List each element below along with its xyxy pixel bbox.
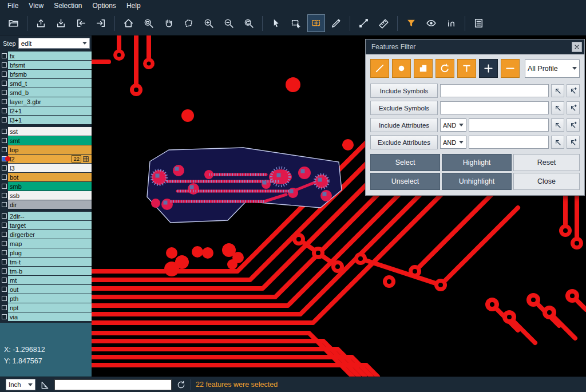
layer-row[interactable]: l3+1 bbox=[0, 116, 92, 124]
rect-select-button[interactable] bbox=[287, 14, 305, 32]
unhighlight-button[interactable]: Unhighlight bbox=[442, 173, 512, 190]
filter-remove-button[interactable] bbox=[501, 59, 520, 78]
pick-add-attribute-button[interactable] bbox=[567, 136, 580, 149]
include-attributes-button[interactable]: Include Attributes bbox=[370, 118, 438, 132]
layer-row-active[interactable]: l222 bbox=[0, 155, 92, 163]
layer-visibility-checkbox[interactable] bbox=[0, 221, 8, 229]
layer-row[interactable]: dirgerber bbox=[0, 230, 92, 239]
snap-button[interactable] bbox=[442, 14, 460, 32]
layer-row[interactable]: smd_t bbox=[0, 79, 92, 88]
layer-row[interactable]: dir bbox=[0, 200, 92, 209]
layer-visibility-checkbox[interactable] bbox=[0, 79, 8, 88]
layer-row[interactable]: top bbox=[0, 145, 92, 154]
layer-row[interactable]: smb bbox=[0, 182, 92, 191]
layer-row[interactable]: bfsmb bbox=[0, 70, 92, 78]
pcb-canvas[interactable]: Features Filter All Profile bbox=[92, 35, 586, 377]
step-forward-button[interactable] bbox=[92, 14, 110, 32]
layer-visibility-checkbox[interactable] bbox=[0, 70, 8, 78]
layer-visibility-checkbox[interactable] bbox=[0, 164, 8, 172]
layer-visibility-checkbox[interactable] bbox=[0, 267, 8, 275]
exclude-attributes-button[interactable]: Exclude Attributes bbox=[370, 135, 438, 149]
layer-row[interactable]: l2+1 bbox=[0, 106, 92, 115]
layer-visibility-checkbox[interactable] bbox=[0, 248, 8, 257]
layer-row[interactable]: out bbox=[0, 285, 92, 294]
refresh-icon[interactable] bbox=[176, 380, 186, 390]
highlight-button[interactable]: Highlight bbox=[442, 154, 512, 171]
menu-view[interactable]: View bbox=[23, 2, 49, 10]
layer-visibility-checkbox[interactable] bbox=[0, 239, 8, 248]
menu-options[interactable]: Options bbox=[88, 2, 121, 10]
layer-visibility-checkbox[interactable] bbox=[0, 312, 8, 321]
brush-button[interactable] bbox=[327, 14, 345, 32]
filter-pad-button[interactable] bbox=[392, 59, 411, 78]
zoom-window-button[interactable] bbox=[140, 14, 157, 32]
cursor-select-button[interactable] bbox=[267, 14, 285, 32]
layer-row[interactable]: l3 bbox=[0, 164, 92, 172]
include-attributes-input[interactable] bbox=[469, 118, 549, 132]
layer-visibility-checkbox[interactable] bbox=[0, 136, 8, 145]
reset-button[interactable]: Reset bbox=[513, 154, 580, 171]
layer-row[interactable]: ssb bbox=[0, 191, 92, 200]
unselect-button[interactable]: Unselect bbox=[370, 173, 440, 190]
layer-row[interactable]: via bbox=[0, 312, 92, 321]
home-view-button[interactable] bbox=[120, 14, 137, 32]
layer-row[interactable]: fx bbox=[0, 52, 92, 60]
layer-visibility-checkbox[interactable] bbox=[0, 173, 8, 181]
layer-visibility-checkbox[interactable] bbox=[0, 230, 8, 239]
layer-row[interactable]: npt bbox=[0, 303, 92, 312]
unit-select[interactable]: Inch bbox=[6, 379, 35, 390]
include-symbols-input[interactable] bbox=[440, 84, 549, 97]
command-input[interactable] bbox=[54, 379, 172, 390]
layer-row[interactable]: smd_b bbox=[0, 88, 92, 97]
import-up-button[interactable] bbox=[32, 14, 50, 32]
layer-row[interactable]: tm-b bbox=[0, 267, 92, 275]
filter-text-button[interactable] bbox=[457, 59, 476, 78]
layer-visibility-checkbox[interactable] bbox=[0, 145, 8, 154]
layer-visibility-checkbox[interactable] bbox=[0, 61, 8, 69]
include-attributes-operator-select[interactable]: AND bbox=[440, 118, 466, 132]
dialog-titlebar[interactable]: Features Filter bbox=[366, 39, 584, 54]
layer-visibility-checkbox[interactable] bbox=[0, 191, 8, 200]
pick-symbol-button[interactable] bbox=[551, 101, 564, 114]
zoom-out-button[interactable] bbox=[220, 14, 237, 32]
filter-arc-button[interactable] bbox=[435, 59, 454, 78]
layer-row[interactable]: target bbox=[0, 221, 92, 229]
layer-row[interactable]: bfsmt bbox=[0, 61, 92, 69]
pick-add-attribute-button[interactable] bbox=[567, 118, 580, 132]
close-button[interactable]: Close bbox=[513, 173, 580, 190]
measure-line-button[interactable] bbox=[355, 14, 373, 32]
layer-visibility-checkbox[interactable] bbox=[0, 127, 8, 136]
pick-add-symbol-button[interactable] bbox=[567, 101, 580, 114]
layer-row[interactable]: plug bbox=[0, 248, 92, 257]
layer-row[interactable]: smt bbox=[0, 136, 92, 145]
zoom-in-button[interactable] bbox=[200, 14, 217, 32]
menu-help[interactable]: Help bbox=[121, 2, 146, 10]
layer-row[interactable]: bot bbox=[0, 173, 92, 181]
include-symbols-button[interactable]: Include Symbols bbox=[370, 84, 438, 98]
layer-row[interactable]: map bbox=[0, 239, 92, 248]
layer-visibility-checkbox[interactable] bbox=[0, 294, 8, 303]
zoom-reset-button[interactable] bbox=[240, 14, 258, 32]
display-button[interactable] bbox=[422, 14, 440, 32]
ruler-button[interactable] bbox=[375, 14, 393, 32]
layer-visibility-checkbox[interactable] bbox=[0, 182, 8, 191]
polygon-select-button[interactable] bbox=[180, 14, 197, 32]
pick-symbol-button[interactable] bbox=[551, 84, 564, 97]
features-select-button[interactable] bbox=[307, 14, 325, 32]
layer-visibility-checkbox[interactable] bbox=[0, 116, 8, 124]
filter-surface-button[interactable] bbox=[414, 59, 433, 78]
exclude-attributes-input[interactable] bbox=[469, 136, 549, 149]
exclude-symbols-button[interactable]: Exclude Symbols bbox=[370, 101, 438, 115]
profile-select[interactable]: All Profile bbox=[525, 60, 580, 78]
layer-visibility-checkbox[interactable] bbox=[0, 88, 8, 97]
layer-row[interactable]: pth bbox=[0, 294, 92, 303]
layer-visibility-checkbox[interactable] bbox=[0, 106, 8, 115]
pan-button[interactable] bbox=[160, 14, 177, 32]
layer-visibility-checkbox[interactable] bbox=[0, 52, 8, 60]
dialog-close-button[interactable] bbox=[572, 42, 582, 52]
menu-file[interactable]: File bbox=[2, 2, 23, 10]
pick-add-symbol-button[interactable] bbox=[567, 84, 580, 97]
open-button[interactable] bbox=[5, 14, 22, 32]
layer-visibility-checkbox[interactable] bbox=[0, 303, 8, 312]
filter-add-button[interactable] bbox=[479, 59, 498, 78]
